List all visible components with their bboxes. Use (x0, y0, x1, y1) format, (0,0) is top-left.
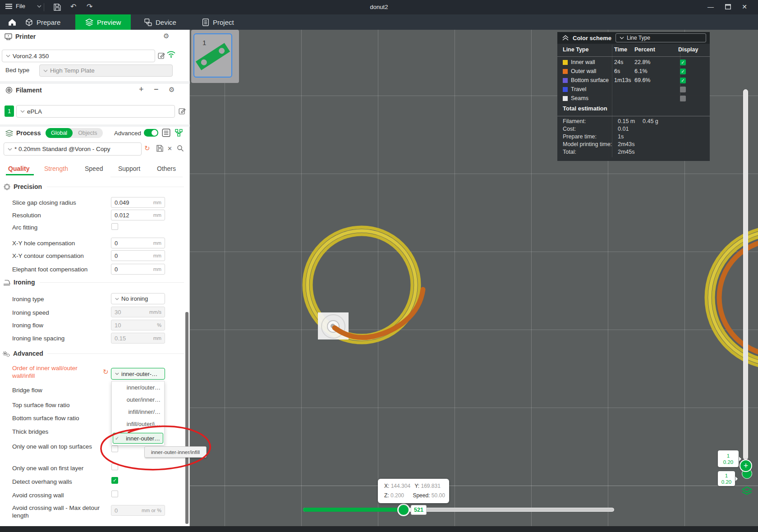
slicer-window: File ↶ ↷ donut2 — ✕ Prepare Preview Devi… (0, 0, 758, 532)
dropdown-option[interactable]: outer/inner… (112, 394, 164, 406)
setting-value: 0.15 (115, 335, 126, 342)
display-checkbox[interactable] (680, 96, 686, 101)
y-value: 169.831 (421, 483, 440, 489)
slice-gap-input[interactable]: 0.049 mm (111, 197, 165, 208)
collapse-icon[interactable] (562, 35, 569, 41)
color-scheme-select[interactable]: Line Type (616, 33, 706, 42)
only-one-wall-top-checkbox[interactable] (111, 445, 118, 452)
scope-objects[interactable]: Objects (73, 128, 102, 138)
order-select[interactable]: inner-outer-… (111, 368, 165, 380)
scope-global[interactable]: Global (46, 128, 73, 138)
xy-hole-compensation-input[interactable]: 0 mm (111, 238, 165, 248)
setting-unit: mm (153, 266, 161, 272)
layer-height: 0.20 (723, 459, 733, 465)
dropdown-option[interactable]: infill/outer/i… (112, 418, 164, 430)
layers-icon[interactable] (742, 486, 752, 496)
ironing-speed-input[interactable]: 30 mm/s (111, 307, 165, 317)
display-checkbox[interactable]: ✓ (680, 78, 686, 83)
part-hole (200, 58, 208, 66)
dropdown-option-selected[interactable]: ✓ inner-outer… (113, 433, 163, 444)
layer-slider-track[interactable] (743, 89, 748, 460)
add-filament-button[interactable]: + (139, 85, 144, 94)
part-hole (218, 47, 226, 55)
ironing-type-select[interactable]: No ironing (111, 293, 165, 304)
printer-icon (5, 33, 12, 40)
only-one-wall-first-layer-checkbox[interactable] (111, 463, 118, 470)
dropdown-option[interactable]: infill/inner/… (112, 406, 164, 418)
setting-label: X-Y contour compensation (12, 252, 105, 260)
ironing-line-spacing-input[interactable]: 0.15 mm (111, 333, 165, 344)
home-icon (8, 18, 16, 26)
dropdown-option[interactable]: inner/outer… (112, 381, 164, 394)
setting-label: Arc fitting (12, 224, 105, 231)
legend-row: Outer wall 6s 6.1% ✓ (557, 67, 710, 76)
filament-settings-gear-icon[interactable]: ⚙ (169, 86, 175, 94)
advanced-toggle[interactable] (144, 129, 158, 137)
layer-slider-handle-add[interactable]: + (740, 459, 752, 472)
printer-settings-gear-icon[interactable]: ⚙ (163, 32, 169, 40)
home-button[interactable] (4, 14, 21, 30)
tab-project[interactable]: Project (202, 14, 234, 30)
section-separator (0, 124, 190, 127)
window-title: donut2 (0, 4, 758, 10)
bed-type-label: Bed type (5, 67, 29, 73)
minimize-button[interactable]: — (703, 0, 718, 14)
process-preset-select[interactable]: * 0.20mm Standard @Voron - Copy (4, 142, 142, 156)
display-checkbox[interactable]: ✓ (680, 69, 686, 74)
printer-select[interactable]: Voron2.4 350 (2, 50, 155, 62)
tab-prepare[interactable]: Prepare (25, 14, 60, 30)
bed-type-value: High Temp Plate (50, 67, 95, 74)
ironing-flow-input[interactable]: 10 % (111, 320, 165, 330)
tab-device[interactable]: Device (144, 14, 176, 30)
search-icon[interactable] (177, 145, 184, 152)
advanced-group-title: Advanced (13, 350, 43, 357)
maximize-button[interactable] (720, 0, 735, 14)
remove-filament-button[interactable]: − (154, 85, 159, 94)
edit-filament-icon[interactable] (179, 107, 186, 115)
inner-wall-color-swatch (563, 60, 568, 65)
arc-fitting-checkbox[interactable] (111, 223, 118, 230)
setting-unit: mm or % (142, 508, 161, 513)
wifi-icon[interactable] (166, 50, 176, 58)
setting-value: 30 (115, 309, 121, 316)
preset-list-icon[interactable] (162, 128, 170, 137)
step-value-badge: 521 (411, 505, 427, 515)
detect-overhang-walls-checkbox[interactable]: ✓ (111, 477, 118, 484)
edit-printer-icon[interactable] (158, 52, 165, 59)
objects-table-icon[interactable] (175, 129, 183, 137)
ironing-icon (3, 280, 10, 285)
display-checkbox[interactable]: ✓ (680, 60, 686, 65)
tab-preview[interactable]: Preview (75, 14, 131, 30)
avoid-crossing-wall-checkbox[interactable] (111, 491, 118, 497)
setting-label: Avoid crossing wall (12, 491, 105, 499)
speed-label: Speed: (413, 492, 430, 499)
reset-preset-icon[interactable]: ↻ (144, 144, 150, 152)
step-slider-handle[interactable] (397, 504, 410, 516)
max-detour-input[interactable]: 0 mm or % (111, 505, 165, 516)
line-type-legend-panel: Color scheme Line Type Line Type Time Pe… (557, 32, 710, 161)
tab-speed[interactable]: Speed (85, 165, 103, 172)
plate-part-preview (196, 43, 230, 70)
display-checkbox[interactable] (680, 87, 686, 92)
delete-preset-icon[interactable]: ✕ (167, 145, 172, 152)
filament-select[interactable]: ePLA (16, 105, 175, 118)
plate-thumbnail[interactable]: 1 (191, 30, 239, 83)
elephant-foot-input[interactable]: 0 mm (111, 264, 165, 275)
save-preset-icon[interactable] (156, 145, 163, 152)
xy-contour-compensation-input[interactable]: 0 mm (111, 250, 165, 261)
layer-height: 0.20 (721, 479, 731, 485)
close-button[interactable]: ✕ (737, 0, 752, 14)
tab-others[interactable]: Others (157, 165, 176, 172)
line-type-percent: 69.6% (634, 77, 650, 83)
tab-strength[interactable]: Strength (44, 165, 68, 172)
reset-order-icon[interactable]: ↻ (103, 368, 109, 376)
bed-type-select[interactable]: High Temp Plate (39, 64, 173, 77)
setting-unit: mm/s (149, 309, 161, 315)
resolution-input[interactable]: 0.012 mm (111, 210, 165, 220)
tab-support[interactable]: Support (118, 165, 140, 172)
line-type-time: 1m13s (614, 77, 631, 83)
tab-quality[interactable]: Quality (8, 165, 29, 172)
process-scope-toggle[interactable]: Global Objects (46, 128, 103, 138)
layer-number: 1 (725, 472, 728, 479)
panel-scrollbar[interactable] (185, 312, 188, 524)
